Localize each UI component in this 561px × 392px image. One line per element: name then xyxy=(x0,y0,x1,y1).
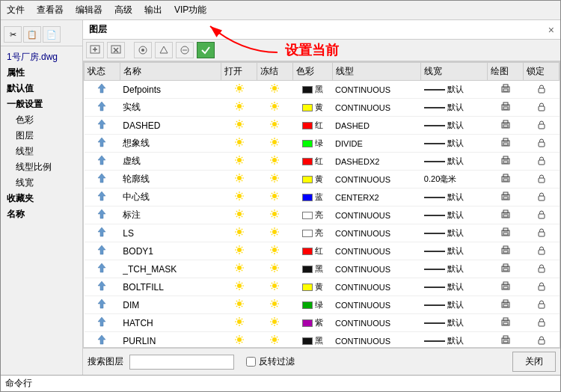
table-row[interactable]: HATCH 紫 CONTINUOUS 默认 xyxy=(85,314,560,332)
cell-color[interactable]: 蓝 xyxy=(292,189,332,206)
cell-lock[interactable] xyxy=(524,296,560,314)
col-lock[interactable]: 锁定 xyxy=(524,63,560,81)
filter-checkbox[interactable] xyxy=(246,357,256,367)
cell-color[interactable]: 亮 xyxy=(292,206,332,224)
cell-freeze[interactable] xyxy=(257,206,293,224)
cell-print[interactable] xyxy=(488,153,524,171)
cell-print[interactable] xyxy=(488,117,524,135)
cell-open[interactable] xyxy=(221,314,257,332)
table-row[interactable]: PURLIN 黑 CONTINUOUS 默认 xyxy=(85,332,560,349)
cell-linetype[interactable]: CONTINUOUS xyxy=(332,296,421,314)
cell-print[interactable] xyxy=(488,260,524,278)
cell-lock[interactable] xyxy=(524,99,560,117)
cell-freeze[interactable] xyxy=(257,171,293,189)
cell-open[interactable] xyxy=(221,117,257,135)
cell-open[interactable] xyxy=(221,296,257,314)
cell-lock[interactable] xyxy=(524,189,560,206)
menu-item-编辑器[interactable]: 编辑器 xyxy=(70,2,108,18)
menu-item-输出[interactable]: 输出 xyxy=(138,2,168,18)
cell-linewidth[interactable]: 默认 xyxy=(421,189,488,206)
layer-table[interactable]: 状态 名称 打开 冻结 色彩 线型 线宽 绘图 锁定 Defpoi xyxy=(83,61,560,348)
table-row[interactable]: BOLTFILL 黄 CONTINUOUS 默认 xyxy=(85,278,560,296)
sidebar-item-layer[interactable]: 图层 xyxy=(1,128,82,144)
sidebar-section-name[interactable]: 名称 xyxy=(1,206,82,222)
col-state[interactable]: 状态 xyxy=(85,63,120,81)
cell-linetype[interactable]: CONTINUOUS xyxy=(332,332,421,349)
table-row[interactable]: DIM 绿 CONTINUOUS 默认 xyxy=(85,296,560,314)
cell-lock[interactable] xyxy=(524,81,560,99)
cell-open[interactable] xyxy=(221,332,257,349)
cell-lock[interactable] xyxy=(524,278,560,296)
cell-color[interactable]: 绿 xyxy=(292,296,332,314)
col-freeze[interactable]: 冻结 xyxy=(257,63,293,81)
cell-print[interactable] xyxy=(488,224,524,242)
cell-color[interactable]: 黑 xyxy=(292,260,332,278)
cell-linewidth[interactable]: 默认 xyxy=(421,260,488,278)
cell-color[interactable]: 红 xyxy=(292,153,332,171)
cell-color[interactable]: 黑 xyxy=(292,332,332,349)
cell-print[interactable] xyxy=(488,296,524,314)
cell-open[interactable] xyxy=(221,171,257,189)
cell-linetype[interactable]: DASHEDX2 xyxy=(332,153,421,171)
cell-lock[interactable] xyxy=(524,224,560,242)
cell-linewidth[interactable]: 默认 xyxy=(421,153,488,171)
cell-print[interactable] xyxy=(488,314,524,332)
cell-color[interactable]: 绿 xyxy=(292,135,332,153)
sidebar-item-linetype[interactable]: 线型 xyxy=(1,144,82,159)
cell-open[interactable] xyxy=(221,278,257,296)
table-row[interactable]: DASHED 红 DASHED 默认 xyxy=(85,117,560,135)
cell-linewidth[interactable]: 默认 xyxy=(421,135,488,153)
cell-color[interactable]: 黄 xyxy=(292,278,332,296)
cell-lock[interactable] xyxy=(524,135,560,153)
cell-lock[interactable] xyxy=(524,171,560,189)
sidebar-section-favorites[interactable]: 收藏夹 xyxy=(1,191,82,206)
cell-linewidth[interactable]: 默认 xyxy=(421,242,488,260)
cell-freeze[interactable] xyxy=(257,153,293,171)
cell-print[interactable] xyxy=(488,135,524,153)
sidebar-section-props[interactable]: 属性 xyxy=(1,65,82,81)
settings3-button[interactable] xyxy=(176,42,194,58)
cell-linewidth[interactable]: 默认 xyxy=(421,99,488,117)
cell-print[interactable] xyxy=(488,81,524,99)
cell-open[interactable] xyxy=(221,224,257,242)
cell-linetype[interactable]: DIVIDE xyxy=(332,135,421,153)
cell-linetype[interactable]: CONTINUOUS xyxy=(332,206,421,224)
cell-print[interactable] xyxy=(488,242,524,260)
copy-bm-button[interactable]: 📄 xyxy=(43,26,61,43)
cell-linetype[interactable]: CONTINUOUS xyxy=(332,278,421,296)
menu-item-高级[interactable]: 高级 xyxy=(108,2,138,18)
cell-lock[interactable] xyxy=(524,314,560,332)
table-row[interactable]: 虚线 红 DASHEDX2 默认 xyxy=(85,153,560,171)
cell-open[interactable] xyxy=(221,260,257,278)
table-row[interactable]: 轮廓线 黄 CONTINUOUS 0.20毫米 xyxy=(85,171,560,189)
cell-linetype[interactable]: CONTINUOUS xyxy=(332,171,421,189)
cell-color[interactable]: 黄 xyxy=(292,99,332,117)
cell-lock[interactable] xyxy=(524,332,560,349)
cell-print[interactable] xyxy=(488,189,524,206)
cell-lock[interactable] xyxy=(524,206,560,224)
cell-color[interactable]: 紫 xyxy=(292,314,332,332)
cell-linetype[interactable]: CONTINUOUS xyxy=(332,224,421,242)
col-linewidth[interactable]: 线宽 xyxy=(421,63,488,81)
cell-lock[interactable] xyxy=(524,117,560,135)
cell-freeze[interactable] xyxy=(257,99,293,117)
new-layer-button[interactable] xyxy=(86,42,104,58)
col-color[interactable]: 色彩 xyxy=(292,63,332,81)
close-button[interactable]: 关闭 xyxy=(512,352,556,372)
cell-freeze[interactable] xyxy=(257,189,293,206)
cell-freeze[interactable] xyxy=(257,242,293,260)
menu-item-VIP功能[interactable]: VIP功能 xyxy=(168,2,212,18)
cell-open[interactable] xyxy=(221,153,257,171)
cell-color[interactable]: 红 xyxy=(292,242,332,260)
cell-freeze[interactable] xyxy=(257,278,293,296)
cell-open[interactable] xyxy=(221,189,257,206)
sidebar-item-linewidth[interactable]: 线宽 xyxy=(1,175,82,191)
cell-linetype[interactable]: DASHED xyxy=(332,117,421,135)
cell-linetype[interactable]: CONTINUOUS xyxy=(332,99,421,117)
table-row[interactable]: LS 亮 CONTINUOUS 默认 xyxy=(85,224,560,242)
cell-freeze[interactable] xyxy=(257,81,293,99)
cell-print[interactable] xyxy=(488,332,524,349)
cell-linewidth[interactable]: 0.20毫米 xyxy=(421,171,488,189)
cell-print[interactable] xyxy=(488,278,524,296)
table-row[interactable]: BODY1 红 CONTINUOUS 默认 xyxy=(85,242,560,260)
